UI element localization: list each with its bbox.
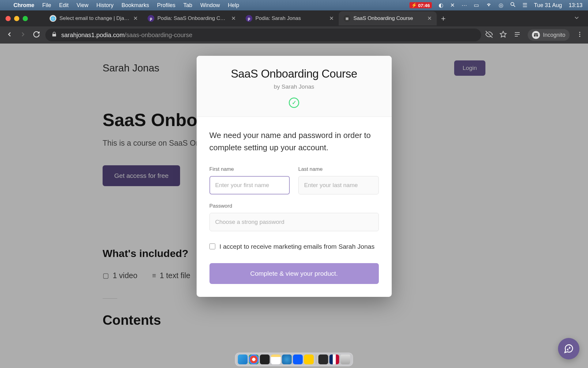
browser-tab-active[interactable]: ▦ SaaS Onboarding Course ✕ xyxy=(339,11,437,25)
menu-file[interactable]: File xyxy=(42,2,51,9)
svg-point-6 xyxy=(534,35,536,36)
dock-chrome[interactable] xyxy=(249,355,259,364)
favicon-globe-icon: 🌐 xyxy=(50,15,56,22)
new-tab-button[interactable]: + xyxy=(437,14,450,23)
tab-close-icon[interactable]: ✕ xyxy=(427,15,432,22)
tab-title: Select email to change | Django xyxy=(59,15,130,21)
notifications-icon[interactable]: ☰ xyxy=(522,2,527,9)
tool-icon[interactable]: ✕ xyxy=(450,2,455,9)
url-text: sarahjonas1.podia.com/saas-onboarding-co… xyxy=(61,32,192,39)
signup-modal: SaaS Onboarding Course by Sarah Jonas ✓ … xyxy=(197,56,392,297)
battery-icon[interactable]: ▭ xyxy=(474,2,479,9)
dots-icon[interactable]: ⋯ xyxy=(462,2,467,9)
menu-bookmarks[interactable]: Bookmarks xyxy=(122,2,149,9)
password-label: Password xyxy=(209,203,379,209)
lock-icon xyxy=(51,32,57,39)
browser-tab[interactable]: p Podia: SaaS Onboarding Cours ✕ xyxy=(143,11,241,25)
menu-view[interactable]: View xyxy=(77,2,89,9)
tab-title: Podia: SaaS Onboarding Cours xyxy=(157,15,228,21)
tab-title: Podia: Sarah Jonas xyxy=(255,15,326,21)
password-input[interactable] xyxy=(209,213,379,231)
menu-help[interactable]: Help xyxy=(228,2,239,9)
svg-point-7 xyxy=(536,35,538,36)
incognito-icon xyxy=(532,31,540,39)
first-name-input[interactable] xyxy=(209,176,290,194)
favicon-podia-icon: p xyxy=(246,15,252,22)
minimize-window-button[interactable] xyxy=(14,16,19,21)
maximize-window-button[interactable] xyxy=(23,16,28,21)
incognito-label: Incognito xyxy=(543,32,565,38)
first-name-label: First name xyxy=(209,166,290,172)
tab-overflow-icon[interactable] xyxy=(573,14,585,22)
toggle-icon[interactable]: ◐ xyxy=(439,2,443,9)
last-name-input[interactable] xyxy=(298,176,379,194)
marketing-consent-row[interactable]: I accept to receive marketing emails fro… xyxy=(209,243,379,250)
tab-title: SaaS Onboarding Course xyxy=(353,15,424,21)
incognito-badge[interactable]: Incognito xyxy=(528,29,570,41)
macos-dock xyxy=(235,353,353,366)
browser-tabbar: 🌐 Select email to change | Django ✕ p Po… xyxy=(0,10,588,26)
back-button[interactable] xyxy=(5,31,14,39)
macos-menubar: Chrome File Edit View History Bookmarks … xyxy=(0,0,588,10)
dock-finder[interactable] xyxy=(238,355,248,364)
forward-button[interactable] xyxy=(18,31,28,39)
modal-title: SaaS Onboarding Course xyxy=(209,67,379,80)
eye-off-icon[interactable] xyxy=(485,31,493,39)
wifi-icon[interactable] xyxy=(486,2,492,9)
dock-app[interactable] xyxy=(318,355,328,364)
check-circle-icon: ✓ xyxy=(289,98,299,108)
svg-point-10 xyxy=(579,36,580,37)
dock-trash[interactable] xyxy=(341,355,350,364)
close-window-button[interactable] xyxy=(6,16,11,21)
control-center-icon[interactable]: ◎ xyxy=(499,2,503,9)
menu-edit[interactable]: Edit xyxy=(59,2,69,9)
favicon-podia-icon: p xyxy=(148,15,154,22)
dock-app[interactable] xyxy=(293,355,303,364)
reading-list-icon[interactable] xyxy=(514,31,521,39)
favicon-course-icon: ▦ xyxy=(344,15,350,22)
dock-notes[interactable] xyxy=(271,355,281,364)
menu-window[interactable]: Window xyxy=(200,2,220,9)
modal-overlay[interactable]: SaaS Onboarding Course by Sarah Jonas ✓ … xyxy=(0,44,588,368)
svg-line-1 xyxy=(514,5,515,7)
spotlight-icon[interactable] xyxy=(510,2,516,9)
browser-addressbar: sarahjonas1.podia.com/saas-onboarding-co… xyxy=(0,26,588,44)
chat-bubble-button[interactable] xyxy=(558,338,579,359)
svg-point-9 xyxy=(579,34,580,35)
dock-app[interactable] xyxy=(304,355,314,364)
reload-button[interactable] xyxy=(32,31,41,39)
svg-marker-2 xyxy=(500,31,506,37)
svg-point-0 xyxy=(511,2,514,6)
browser-tab[interactable]: p Podia: Sarah Jonas ✕ xyxy=(241,11,339,25)
tab-close-icon[interactable]: ✕ xyxy=(133,15,138,22)
chrome-menu-icon[interactable] xyxy=(576,31,583,39)
dock-separator xyxy=(316,355,316,364)
complete-button[interactable]: Complete & view your product. xyxy=(209,263,379,284)
browser-tab[interactable]: 🌐 Select email to change | Django ✕ xyxy=(45,11,143,25)
menu-profiles[interactable]: Profiles xyxy=(157,2,175,9)
dock-quicktime[interactable] xyxy=(282,355,292,364)
address-input[interactable]: sarahjonas1.podia.com/saas-onboarding-co… xyxy=(45,29,481,41)
dock-app[interactable] xyxy=(330,355,339,364)
modal-message: We need your name and password in order … xyxy=(209,129,379,154)
marketing-consent-label: I accept to receive marketing emails fro… xyxy=(220,243,375,250)
menubar-time[interactable]: 13:13 xyxy=(569,2,582,9)
dock-terminal[interactable] xyxy=(260,355,270,364)
marketing-consent-checkbox[interactable] xyxy=(209,243,215,249)
menu-history[interactable]: History xyxy=(96,2,114,9)
last-name-label: Last name xyxy=(298,166,379,172)
svg-point-8 xyxy=(579,32,580,33)
menu-tab[interactable]: Tab xyxy=(183,2,192,9)
menubar-date[interactable]: Tue 31 Aug xyxy=(534,2,562,9)
tab-close-icon[interactable]: ✕ xyxy=(329,15,334,22)
window-controls xyxy=(6,16,28,21)
battery-status[interactable]: ⚡07:46 xyxy=(409,2,432,8)
page-viewport: Sarah Jonas Login SaaS Onboarding Course… xyxy=(0,44,588,368)
tab-close-icon[interactable]: ✕ xyxy=(231,15,236,22)
bookmark-star-icon[interactable] xyxy=(499,31,507,39)
app-name[interactable]: Chrome xyxy=(13,2,34,9)
modal-byline: by Sarah Jonas xyxy=(209,83,379,90)
